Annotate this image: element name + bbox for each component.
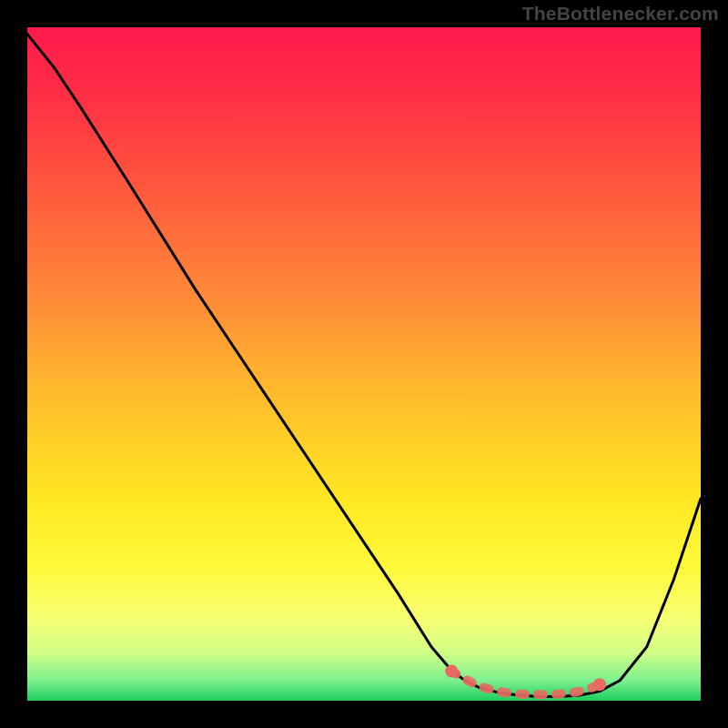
range-end-dot: [445, 664, 458, 677]
figure-frame: TheBottlenecker.com: [0, 0, 728, 728]
gradient-background: [27, 27, 701, 701]
attribution-text: TheBottlenecker.com: [522, 3, 719, 25]
range-end-dot: [593, 678, 606, 691]
chart-svg: [27, 27, 701, 701]
plot-area: [27, 27, 701, 701]
